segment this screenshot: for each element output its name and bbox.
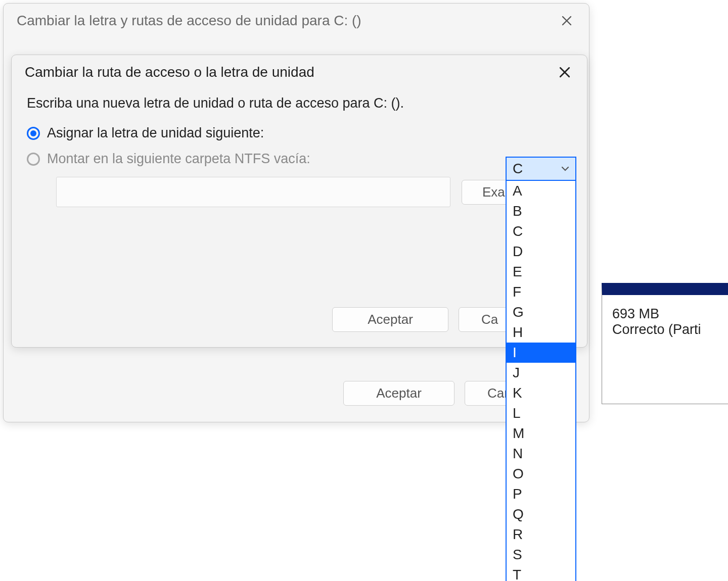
drive-letter-option-P[interactable]: P: [507, 484, 575, 504]
drive-letter-option-O[interactable]: O: [507, 464, 575, 484]
outer-titlebar: Cambiar la letra y rutas de acceso de un…: [4, 4, 589, 37]
drive-letter-option-E[interactable]: E: [507, 262, 575, 282]
drive-letter-selected: C: [513, 161, 523, 177]
drive-letter-option-K[interactable]: K: [507, 383, 575, 403]
drive-letter-option-I[interactable]: I: [507, 343, 575, 363]
radio-mount-row[interactable]: Montar en la siguiente carpeta NTFS vací…: [27, 151, 572, 167]
radio-mount-label: Montar en la siguiente carpeta NTFS vací…: [47, 151, 310, 167]
drive-letter-dropdown-list[interactable]: ABCDEFGHIJKLMNOPQRST: [507, 181, 575, 581]
close-icon[interactable]: [554, 61, 576, 83]
drive-letter-option-H[interactable]: H: [507, 322, 575, 343]
drive-letter-option-M[interactable]: M: [507, 423, 575, 444]
drive-letter-option-B[interactable]: B: [507, 201, 575, 221]
drive-letter-option-G[interactable]: G: [507, 302, 575, 322]
drive-letter-option-R[interactable]: R: [507, 524, 575, 545]
inner-dialog-title: Cambiar la ruta de acceso o la letra de …: [25, 64, 314, 80]
mount-folder-input: [56, 177, 450, 207]
radio-assign-row[interactable]: Asignar la letra de unidad siguiente:: [27, 125, 572, 141]
dialog-change-drive-letter: Cambiar la ruta de acceso o la letra de …: [11, 55, 587, 348]
drive-letter-option-F[interactable]: F: [507, 282, 575, 302]
radio-assign[interactable]: [27, 127, 40, 140]
drive-letter-option-C[interactable]: C: [507, 221, 575, 241]
drive-letter-option-A[interactable]: A: [507, 181, 575, 201]
inner-dialog-body: Escriba una nueva letra de unidad o ruta…: [12, 88, 587, 220]
drive-letter-option-S[interactable]: S: [507, 545, 575, 565]
drive-letter-option-L[interactable]: L: [507, 403, 575, 423]
instruction-text: Escriba una nueva letra de unidad o ruta…: [27, 95, 572, 111]
drive-letter-option-N[interactable]: N: [507, 444, 575, 464]
close-icon[interactable]: [556, 10, 578, 32]
radio-mount[interactable]: [27, 153, 40, 166]
partition-fragment: 693 MB Correcto (Parti: [602, 283, 728, 404]
drive-letter-option-J[interactable]: J: [507, 363, 575, 383]
chevron-down-icon: [561, 164, 569, 174]
drive-letter-option-D[interactable]: D: [507, 241, 575, 262]
drive-letter-option-Q[interactable]: Q: [507, 504, 575, 524]
inner-accept-button[interactable]: Aceptar: [332, 307, 448, 332]
drive-letter-dropdown[interactable]: C ABCDEFGHIJKLMNOPQRST: [506, 157, 576, 581]
inner-titlebar: Cambiar la ruta de acceso o la letra de …: [12, 55, 587, 88]
drive-letter-option-T[interactable]: T: [507, 565, 575, 581]
partition-size: 693 MB: [612, 306, 728, 322]
partition-status: Correcto (Parti: [612, 322, 728, 337]
radio-assign-label: Asignar la letra de unidad siguiente:: [47, 125, 264, 141]
outer-dialog-title: Cambiar la letra y rutas de acceso de un…: [17, 13, 361, 29]
drive-letter-dropdown-head[interactable]: C: [507, 158, 575, 181]
outer-accept-button[interactable]: Aceptar: [343, 381, 454, 406]
